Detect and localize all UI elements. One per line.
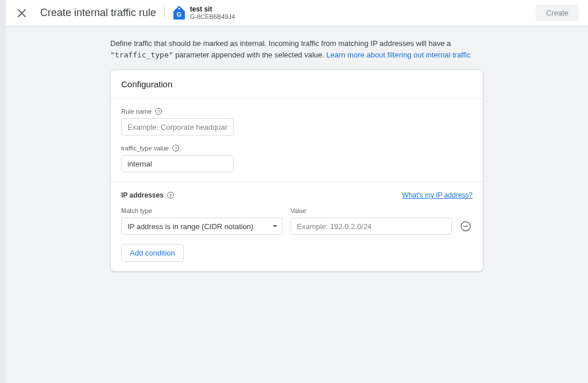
svg-text:G: G <box>176 11 181 18</box>
learn-more-link[interactable]: Learn more about filtering out internal … <box>326 51 470 59</box>
description-before: Define traffic that should be marked as … <box>110 39 451 48</box>
rule-name-input[interactable] <box>121 118 234 136</box>
ip-value-input[interactable] <box>291 218 452 235</box>
traffic-type-label-row: traffic_type value ? <box>121 145 473 152</box>
chevron-down-icon <box>273 225 277 227</box>
property-badge: G test sit G-8CEB6B49J4 <box>173 5 235 21</box>
value-column: Value <box>291 207 452 235</box>
whats-my-ip-link[interactable]: What's my IP address? <box>402 191 473 199</box>
remove-circle-icon <box>461 221 471 231</box>
ip-addresses-label: IP addresses <box>121 191 164 199</box>
section-divider <box>111 181 483 182</box>
traffic-type-input[interactable] <box>121 155 234 172</box>
svg-text:?: ? <box>157 109 160 114</box>
value-label: Value <box>291 207 452 214</box>
svg-text:?: ? <box>169 193 172 198</box>
description-after: parameter appended with the selected val… <box>173 51 327 59</box>
ip-condition-row: Match type IP address is in range (CIDR … <box>121 207 473 235</box>
page-title: Create internal traffic rule <box>40 7 156 19</box>
property-name: test sit <box>190 5 235 13</box>
help-icon[interactable]: ? <box>172 145 179 152</box>
description-text: Define traffic that should be marked as … <box>110 38 483 60</box>
svg-point-0 <box>178 8 180 10</box>
ip-section-label-row: IP addresses ? <box>121 191 174 199</box>
match-type-value: IP address is in range (CIDR notation) <box>127 222 253 231</box>
svg-text:?: ? <box>175 146 177 151</box>
configuration-title: Configuration <box>111 70 483 99</box>
header-bar: Create internal traffic rule G test sit … <box>6 0 588 26</box>
rule-name-label-row: Rule name ? <box>121 108 473 115</box>
traffic-type-field: traffic_type value ? <box>121 145 473 172</box>
add-condition-button[interactable]: Add condition <box>121 244 184 262</box>
create-button[interactable]: Create <box>536 5 579 21</box>
page: Create internal traffic rule G test sit … <box>6 0 588 383</box>
match-type-column: Match type IP address is in range (CIDR … <box>121 207 283 235</box>
gtag-icon: G <box>173 5 185 20</box>
ip-header-row: IP addresses ? What's my IP address? <box>121 191 473 199</box>
help-icon[interactable]: ? <box>167 192 174 199</box>
property-id: G-8CEB6B49J4 <box>190 13 235 21</box>
close-icon <box>18 9 26 17</box>
description-code: "traffic_type" <box>110 51 173 59</box>
left-strip <box>0 0 6 383</box>
match-type-label: Match type <box>121 207 283 214</box>
configuration-body: Rule name ? traffic_type value ? <box>111 99 483 271</box>
remove-condition-button[interactable] <box>460 220 471 232</box>
help-icon[interactable]: ? <box>155 108 162 115</box>
match-type-select[interactable]: IP address is in range (CIDR notation) <box>121 218 283 235</box>
content-area: Define traffic that should be marked as … <box>6 26 588 383</box>
configuration-card: Configuration Rule name ? traffic_type v… <box>110 69 483 272</box>
close-button[interactable] <box>15 6 29 20</box>
property-text: test sit G-8CEB6B49J4 <box>190 5 235 21</box>
header-divider <box>164 6 165 21</box>
rule-name-field: Rule name ? <box>121 108 473 136</box>
rule-name-label: Rule name <box>121 108 152 115</box>
traffic-type-label: traffic_type value <box>121 145 169 152</box>
